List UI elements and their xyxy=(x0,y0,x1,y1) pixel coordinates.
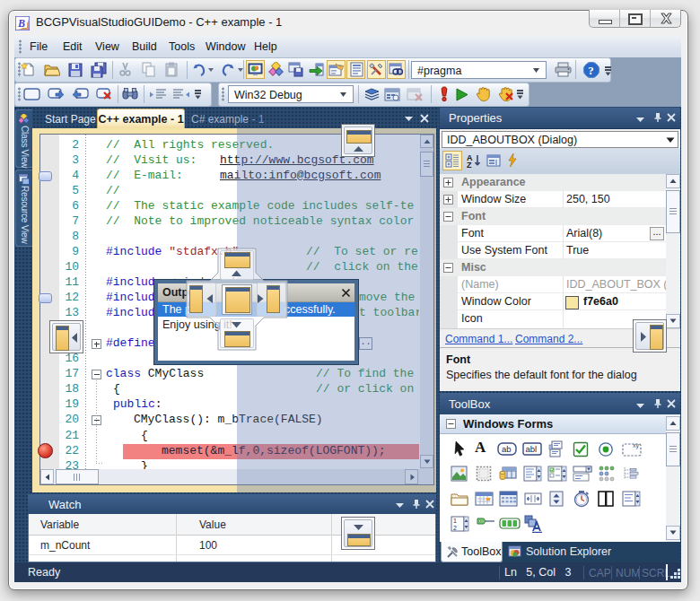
svg-text:xy: xy xyxy=(633,442,640,449)
svg-text:?: ? xyxy=(588,64,594,77)
svg-text:ab: ab xyxy=(502,444,512,454)
svg-text:1: 1 xyxy=(453,518,457,524)
svg-text:B: B xyxy=(17,17,25,30)
svg-text:Z: Z xyxy=(467,161,472,169)
svg-text:2: 2 xyxy=(453,525,457,531)
svg-text:abl: abl xyxy=(526,444,538,454)
